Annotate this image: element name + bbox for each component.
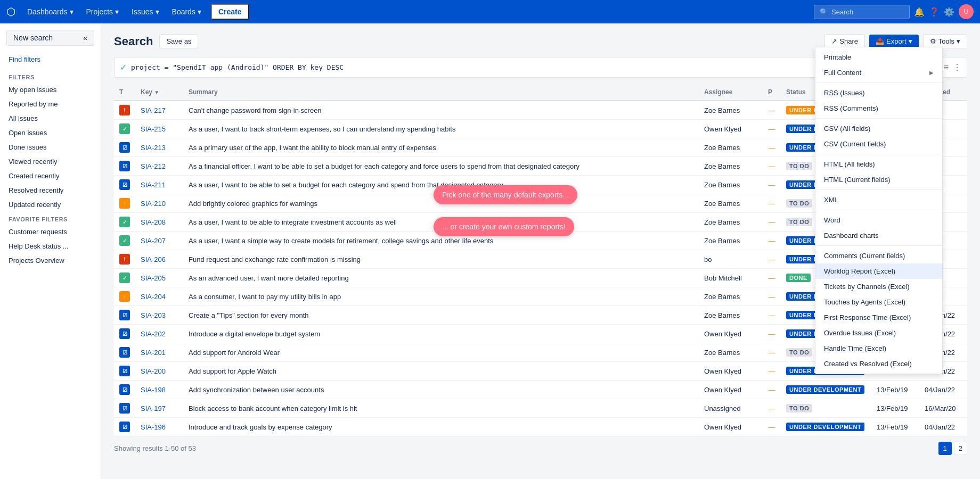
export-tickets-channels[interactable]: Tickets by Channels (Excel) (815, 279, 942, 294)
col-header-key[interactable]: Key ▼ (135, 84, 183, 101)
sidebar-item-reported-by-me[interactable]: Reported by me (0, 97, 101, 111)
sidebar-item-help-desk-status[interactable]: Help Desk status ... (0, 239, 101, 253)
export-created-vs-resolved[interactable]: Created vs Resolved (Excel) (815, 356, 942, 371)
sidebar-item-updated-recently[interactable]: Updated recently (0, 197, 101, 212)
export-handle-time[interactable]: Handle Time (Excel) (815, 341, 942, 356)
issue-key-link[interactable]: SIA-212 (141, 162, 166, 170)
issue-summary-link[interactable]: Fund request and exchange rate confirmat… (189, 255, 361, 263)
issue-key-link[interactable]: SIA-201 (141, 349, 166, 357)
issue-key-link[interactable]: SIA-205 (141, 274, 166, 282)
issue-key-link[interactable]: SIA-210 (141, 200, 166, 208)
help-icon[interactable]: ❓ (929, 7, 940, 17)
favorite-section-label: FAVORITE FILTERS (0, 212, 101, 225)
issue-summary-link[interactable]: Add brightly colored graphics for warnin… (189, 200, 317, 208)
issue-summary-link[interactable]: Introduce a digital envelope budget syst… (189, 330, 320, 338)
issue-key-link[interactable]: SIA-204 (141, 293, 166, 301)
export-xml[interactable]: XML (815, 192, 942, 208)
sidebar-item-done-issues[interactable]: Done issues (0, 140, 101, 154)
user-avatar[interactable]: U (959, 4, 974, 19)
sidebar-item-projects-overview[interactable]: Projects Overview (0, 253, 101, 268)
issue-priority-cell: — (763, 138, 781, 157)
nav-dashboards[interactable]: Dashboards ▾ (22, 5, 79, 18)
issue-key-link[interactable]: SIA-200 (141, 367, 166, 375)
query-text[interactable]: project = "SpendIT app (Android)" ORDER … (131, 63, 888, 71)
view-toggle-icon[interactable]: ≡ (944, 63, 949, 72)
new-search-button[interactable]: New search « (6, 30, 94, 46)
issue-key-link[interactable]: SIA-215 (141, 125, 166, 133)
jira-logo[interactable]: ⬡ (6, 5, 15, 18)
export-first-response[interactable]: First Response Time (Excel) (815, 310, 942, 325)
save-as-button[interactable]: Save as (159, 34, 198, 48)
issue-summary-link[interactable]: As a user, I want a simple way to create… (189, 237, 493, 245)
issue-key-link[interactable]: SIA-211 (141, 181, 166, 189)
export-comments-current[interactable]: Comments (Current fields) (815, 248, 942, 263)
issue-summary-link[interactable]: Add support for Apple Watch (189, 367, 276, 375)
sidebar-item-resolved-recently[interactable]: Resolved recently (0, 183, 101, 197)
tools-arrow-icon: ▾ (957, 37, 960, 45)
collapse-icon: « (83, 34, 87, 42)
nav-projects[interactable]: Projects ▾ (81, 5, 125, 18)
issue-key-link[interactable]: SIA-196 (141, 423, 166, 431)
issue-summary-link[interactable]: As a user, I want to be able to integrat… (189, 218, 397, 226)
col-header-summary: Summary (183, 84, 699, 101)
sidebar-item-customer-requests[interactable]: Customer requests (0, 225, 101, 239)
issue-summary-cell: Block access to bank account when catego… (183, 399, 699, 418)
issue-summary-link[interactable]: As an advanced user, I want more detaile… (189, 274, 349, 282)
issue-summary-link[interactable]: Create a "Tips" section for every month (189, 311, 309, 319)
issue-summary-link[interactable]: Add synchronization between user account… (189, 386, 324, 394)
sidebar-item-my-open-issues[interactable]: My open issues (0, 82, 101, 97)
issue-key-link[interactable]: SIA-198 (141, 386, 166, 394)
settings-icon[interactable]: ⚙️ (944, 7, 954, 17)
priority-icon: — (768, 106, 775, 114)
export-dashboard-charts[interactable]: Dashboard charts (815, 228, 942, 243)
export-touches-agents[interactable]: Touches by Agents (Excel) (815, 294, 942, 310)
issue-key-link[interactable]: SIA-213 (141, 144, 166, 152)
sidebar-item-all-issues[interactable]: All issues (0, 111, 101, 126)
issue-key-link[interactable]: SIA-207 (141, 237, 166, 245)
sidebar-item-created-recently[interactable]: Created recently (0, 169, 101, 183)
issue-key-link[interactable]: SIA-217 (141, 106, 166, 114)
export-button[interactable]: 📤 Export ▾ (869, 35, 919, 48)
issue-key-link[interactable]: SIA-197 (141, 404, 166, 412)
issue-key-cell: SIA-207 (135, 232, 183, 250)
find-filters-link[interactable]: Find filters (0, 52, 101, 67)
issue-key-link[interactable]: SIA-203 (141, 311, 166, 319)
page-1-button[interactable]: 1 (938, 442, 952, 455)
issue-summary-link[interactable]: Introduce and track goals by expense cat… (189, 423, 332, 431)
issue-summary-link[interactable]: Can't change password from sign-in scree… (189, 106, 322, 114)
export-worklog-excel[interactable]: Worklog Report (Excel) (815, 263, 942, 279)
issue-summary-link[interactable]: As a financial officer, I want to be abl… (189, 162, 579, 170)
issue-key-link[interactable]: SIA-208 (141, 218, 166, 226)
priority-icon: — (768, 218, 775, 226)
issue-key-link[interactable]: SIA-206 (141, 255, 166, 263)
create-button[interactable]: Create (211, 4, 249, 20)
export-html-all[interactable]: HTML (All fields) (815, 156, 942, 172)
export-csv-all[interactable]: CSV (All fields) (815, 121, 942, 136)
issue-key-link[interactable]: SIA-202 (141, 330, 166, 338)
issue-type-cell: ☑ (114, 325, 135, 343)
column-toggle-icon[interactable]: ⋮ (953, 62, 961, 72)
page-2-button[interactable]: 2 (954, 442, 967, 455)
issue-status-cell: UNDER DEVELOPMENT (781, 381, 871, 399)
export-printable[interactable]: Printable (815, 49, 942, 65)
nav-issues[interactable]: Issues ▾ (126, 5, 164, 18)
export-csv-current[interactable]: CSV (Current fields) (815, 136, 942, 152)
sidebar-item-viewed-recently[interactable]: Viewed recently (0, 154, 101, 169)
export-full-content[interactable]: Full Content ▶ (815, 65, 942, 80)
export-rss-issues[interactable]: RSS (Issues) (815, 85, 942, 101)
export-rss-comments[interactable]: RSS (Comments) (815, 101, 942, 116)
issue-summary-link[interactable]: Block access to bank account when catego… (189, 404, 357, 412)
issue-summary-link[interactable]: As a primary user of the app, I want the… (189, 144, 436, 152)
tools-button[interactable]: ⚙ Tools ▾ (923, 34, 967, 48)
export-overdue-issues[interactable]: Overdue Issues (Excel) (815, 325, 942, 341)
global-search[interactable]: 🔍 Search (814, 5, 910, 19)
issue-summary-link[interactable]: As a user, I want to track short-term ex… (189, 125, 455, 133)
notifications-icon[interactable]: 🔔 (914, 7, 925, 17)
export-word[interactable]: Word (815, 212, 942, 228)
issue-summary-link[interactable]: As a consumer, I want to pay my utility … (189, 293, 341, 301)
nav-boards[interactable]: Boards ▾ (167, 5, 207, 18)
export-html-current[interactable]: HTML (Current fields) (815, 172, 942, 187)
share-button[interactable]: ↗ Share (824, 34, 865, 48)
sidebar-item-open-issues[interactable]: Open issues (0, 126, 101, 140)
issue-summary-link[interactable]: Add support for Android Wear (189, 349, 280, 357)
